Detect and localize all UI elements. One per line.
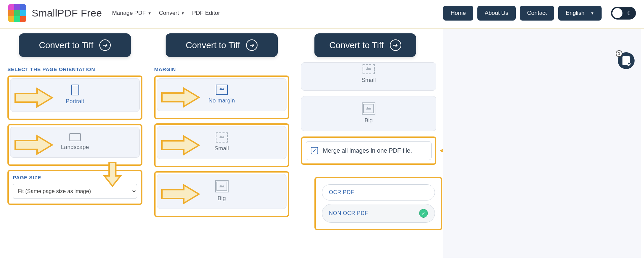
card-label: Landscape [10, 144, 139, 151]
margin-small[interactable]: Small [157, 126, 286, 159]
card-label: Small [301, 77, 436, 84]
top-bar: SmallPDF Free Manage PDF ▼ Convert ▼ PDF… [0, 0, 644, 29]
primary-menu: Manage PDF ▼ Convert ▼ PDF Editor [112, 10, 220, 17]
margin-big[interactable]: Big [301, 96, 436, 131]
checkbox-checked-icon: ✓ [311, 147, 318, 154]
check-circle-icon: ✓ [419, 209, 428, 218]
image-small-margin-icon [363, 64, 375, 74]
menu-label: Manage PDF [112, 10, 146, 17]
card-label: Portrait [10, 98, 139, 105]
language-label: English [566, 10, 584, 17]
card-label: Big [157, 195, 286, 202]
theme-toggle-knob [612, 8, 622, 18]
card-label: Big [301, 117, 436, 124]
menu-label: Convert [159, 10, 179, 17]
landscape-icon [69, 133, 81, 141]
ocr-label: NON OCR PDF [329, 210, 368, 216]
ocr-option-ocr[interactable]: OCR PDF [322, 184, 435, 201]
arrow-right-icon: ➔ [246, 39, 258, 51]
ocr-option-non-ocr[interactable]: NON OCR PDF ✓ [322, 204, 435, 223]
convert-label: Convert to Tiff [39, 40, 93, 51]
menu-pdf-editor[interactable]: PDF Editor [192, 10, 220, 17]
document-add-icon [622, 56, 630, 65]
card-label: Small [157, 145, 286, 152]
column-output: Convert to Tiff ➔ Small Big ✓ Merge all … [296, 29, 438, 258]
orientation-landscape[interactable]: Landscape [10, 127, 140, 158]
highlight-portrait: Portrait [7, 75, 142, 120]
orientation-portrait[interactable]: Portrait [10, 78, 140, 112]
fab-badge: 1 [616, 50, 622, 57]
theme-toggle[interactable]: ☾ [611, 7, 636, 20]
convert-button[interactable]: Convert to Tiff ➔ [314, 33, 416, 57]
add-document-fab[interactable]: 1 [618, 52, 635, 69]
language-select[interactable]: English ▼ [558, 6, 602, 21]
image-small-margin-icon [216, 132, 228, 143]
margin-small[interactable]: Small [301, 62, 436, 91]
highlight-big-margin: Big [154, 171, 289, 217]
nav-contact[interactable]: Contact [520, 6, 554, 21]
convert-label: Convert to Tiff [329, 40, 383, 51]
moon-icon: ☾ [627, 9, 633, 17]
chevron-down-icon: ▼ [181, 11, 185, 15]
merge-checkbox-row[interactable]: ✓ Merge all images in one PDF file. [306, 141, 432, 160]
chevron-down-icon: ▼ [148, 11, 151, 15]
merge-label: Merge all images in one PDF file. [323, 147, 412, 154]
convert-label: Convert to Tiff [186, 40, 240, 51]
app-logo [8, 4, 26, 22]
image-big-margin-icon [215, 180, 229, 192]
portrait-icon [71, 85, 79, 95]
convert-button[interactable]: Convert to Tiff ➔ [19, 33, 131, 57]
orientation-heading: SELECT THE PAGE ORIENTATION [7, 66, 142, 72]
highlight-small-margin: Small [154, 123, 289, 167]
nav-home[interactable]: Home [443, 6, 473, 21]
highlight-landscape: Landscape [7, 124, 142, 166]
nav-about[interactable]: About Us [477, 6, 516, 21]
menu-convert[interactable]: Convert ▼ [159, 10, 184, 17]
pointer-arrow-down-icon [103, 161, 122, 187]
highlight-ocr: OCR PDF NON OCR PDF ✓ [314, 177, 442, 230]
card-label: No margin [157, 97, 286, 104]
highlight-page-size: PAGE SIZE Fit (Same page size as image) [7, 170, 142, 205]
margin-heading: MARGIN [154, 66, 289, 72]
menu-manage-pdf[interactable]: Manage PDF ▼ [112, 10, 151, 17]
margin-none[interactable]: No margin [157, 78, 286, 111]
right-gutter: 1 [443, 29, 641, 258]
convert-button[interactable]: Convert to Tiff ➔ [166, 33, 278, 57]
main-stage: Convert to Tiff ➔ SELECT THE PAGE ORIENT… [0, 29, 644, 268]
menu-label: PDF Editor [192, 10, 220, 17]
highlight-merge: ✓ Merge all images in one PDF file. [301, 136, 436, 165]
brand-name: SmallPDF Free [32, 7, 102, 19]
highlight-no-margin: No margin [154, 75, 289, 119]
image-big-margin-icon [362, 102, 375, 115]
arrow-right-icon: ➔ [99, 39, 111, 51]
ocr-label: OCR PDF [329, 189, 354, 195]
image-icon [216, 85, 228, 95]
margin-big[interactable]: Big [157, 174, 286, 209]
column-margin: Convert to Tiff ➔ MARGIN No margin [149, 29, 291, 258]
arrow-right-icon: ➔ [390, 39, 401, 51]
chevron-down-icon: ▼ [590, 11, 594, 15]
column-orientation: Convert to Tiff ➔ SELECT THE PAGE ORIENT… [3, 29, 144, 258]
